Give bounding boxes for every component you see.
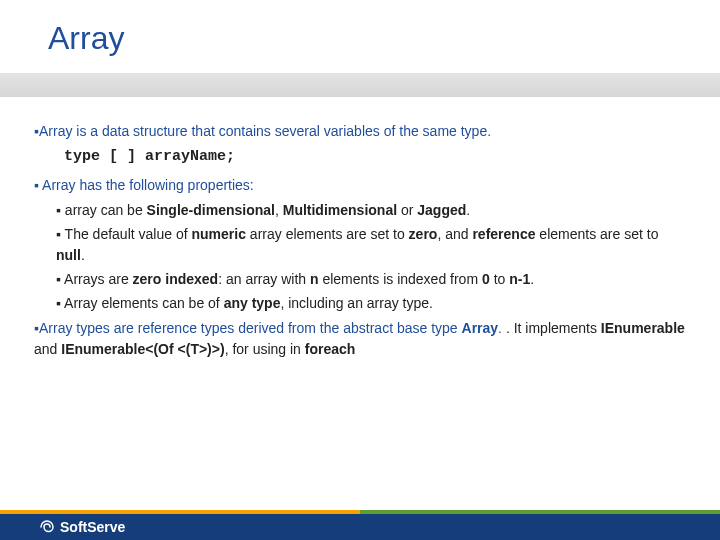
t: . [530, 271, 534, 287]
bullet-1: ▪Array is a data structure that contains… [34, 121, 686, 142]
t: and [34, 341, 61, 357]
footer-bar: SoftServe [0, 514, 720, 540]
t: reference [472, 226, 535, 242]
t: Array types are reference types derived … [39, 320, 462, 336]
code-line: type [ ] arrayName; [34, 146, 686, 169]
t: any type [224, 295, 281, 311]
bullet-1-text: Array is a data structure that contains … [39, 123, 491, 139]
bullet-2: ▪ Array has the following properties: [34, 175, 686, 196]
brand-name: SoftServe [60, 519, 125, 535]
bullet-marker: ▪ [56, 271, 61, 287]
bullet-marker: ▪ [56, 295, 61, 311]
slide-title: Array [0, 0, 720, 67]
t: . [81, 247, 85, 263]
t: array can be [65, 202, 147, 218]
t: Multidimensional [283, 202, 397, 218]
t: n [310, 271, 319, 287]
t: , [275, 202, 283, 218]
t: zero [409, 226, 438, 242]
t: foreach [305, 341, 356, 357]
bullet-marker: ▪ [56, 226, 61, 242]
t: Array elements can be of [64, 295, 224, 311]
t: Array [462, 320, 499, 336]
bullet-3: ▪Array types are reference types derived… [34, 318, 686, 360]
t: Single-dimensional [147, 202, 275, 218]
bullet-marker: ▪ [56, 202, 61, 218]
t: Jagged [417, 202, 466, 218]
t: elements is indexed from [319, 271, 482, 287]
t: null [56, 247, 81, 263]
footer: SoftServe [0, 510, 720, 540]
sub-bullet: ▪ Array elements can be of any type, inc… [34, 293, 686, 314]
swirl-icon [38, 518, 56, 536]
brand-logo: SoftServe [38, 518, 125, 536]
t: IEnumerable [601, 320, 685, 336]
t: . [466, 202, 470, 218]
sub-bullet: ▪ array can be Single-dimensional, Multi… [34, 200, 686, 221]
title-bar [0, 73, 720, 97]
t: : an array with [218, 271, 310, 287]
content: ▪Array is a data structure that contains… [0, 121, 720, 360]
sub-bullet: ▪ Arrays are zero indexed: an array with… [34, 269, 686, 290]
t: . It implements [506, 320, 601, 336]
t: or [397, 202, 417, 218]
t: Arrays are [64, 271, 132, 287]
t: , including an array type. [280, 295, 433, 311]
t: zero indexed [133, 271, 219, 287]
sub-bullet: ▪ The default value of numeric array ele… [34, 224, 686, 266]
bullet-2-lead: Array has the following properties: [42, 177, 254, 193]
t: , for using in [225, 341, 305, 357]
t: n-1 [509, 271, 530, 287]
t: 0 [482, 271, 490, 287]
t: . [498, 320, 502, 336]
t: numeric [191, 226, 245, 242]
t: The default value of [65, 226, 192, 242]
t: , and [437, 226, 472, 242]
t: IEnumerable<(Of <(T>)>) [61, 341, 224, 357]
bullet-marker: ▪ [34, 177, 39, 193]
t: elements are set to [535, 226, 658, 242]
t: to [490, 271, 509, 287]
t: array elements are set to [246, 226, 409, 242]
